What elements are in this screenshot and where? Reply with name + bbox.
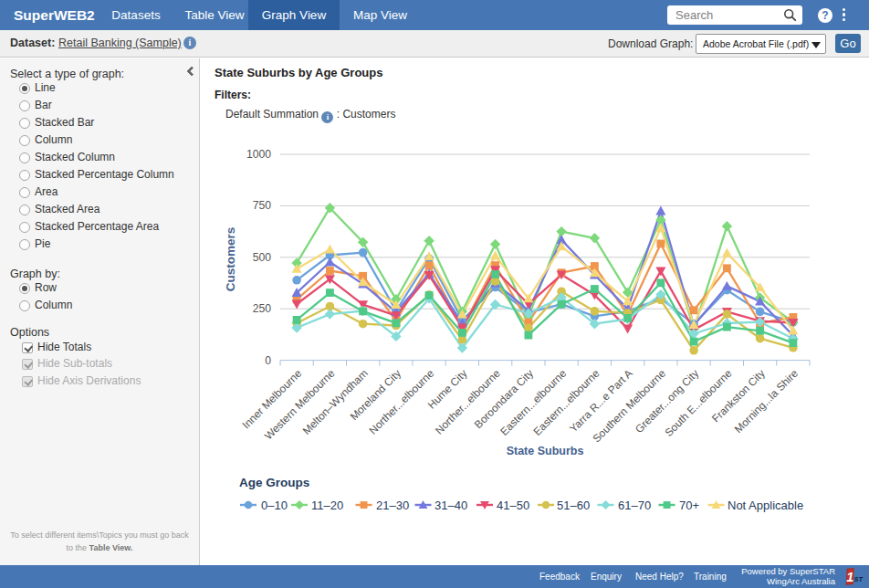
svg-text:Customers: Customers: [224, 227, 237, 292]
svg-text:Boroondara City: Boroondara City: [472, 367, 536, 431]
svg-text:61–70: 61–70: [618, 499, 651, 512]
svg-text:11–20: 11–20: [311, 499, 343, 512]
svg-text:250: 250: [253, 302, 272, 315]
svg-text:State Suburbs: State Suburbs: [507, 445, 584, 457]
svg-text:1: 1: [846, 570, 853, 584]
svg-text:51–60: 51–60: [557, 499, 590, 512]
svg-text:31–40: 31–40: [434, 499, 467, 512]
svg-text:ST: ST: [854, 575, 864, 583]
svg-text:41–50: 41–50: [497, 499, 529, 512]
svg-text:Inner Melbourne: Inner Melbourne: [240, 367, 305, 432]
svg-text:21–30: 21–30: [376, 499, 409, 512]
svg-text:0: 0: [265, 354, 271, 367]
svg-text:500: 500: [253, 251, 272, 264]
svg-text:0–10: 0–10: [261, 499, 288, 512]
svg-text:70+: 70+: [679, 499, 699, 512]
svg-text:Age Groups: Age Groups: [239, 476, 309, 489]
svg-text:1000: 1000: [246, 148, 271, 161]
svg-text:Not Applicable: Not Applicable: [728, 499, 803, 512]
svg-text:750: 750: [253, 199, 272, 212]
